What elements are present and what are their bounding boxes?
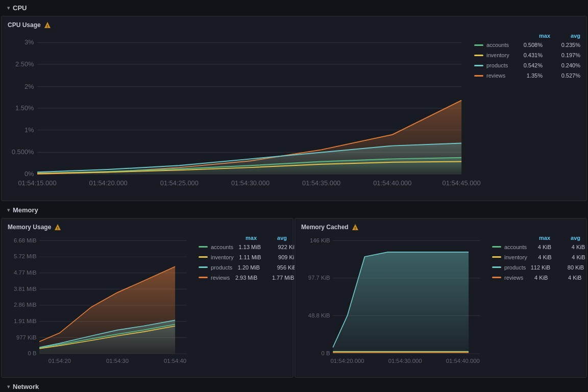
svg-text:01:54:40.000: 01:54:40.000 [446,358,480,364]
svg-text:1.50%: 1.50% [15,104,34,112]
legend-inventory-max: 0.431% [517,52,543,58]
memory-usage-chart-area: 6.68 MiB 5.72 MiB 4.77 MiB 3.81 MiB 2.86… [8,235,287,372]
memory-usage-canvas: 6.68 MiB 5.72 MiB 4.77 MiB 3.81 MiB 2.86… [8,235,192,372]
svg-text:1.91 MiB: 1.91 MiB [14,318,37,324]
legend-products-vals: 0.542% 0.240% [517,62,580,68]
mc-legend-accounts: accounts 4 KiB 4 KiB [492,244,580,250]
legend-item-inventory: inventory 0.431% 0.197% [474,52,580,58]
cpu-usage-panel: CPU Usage ! 3% 2.50% 2% [1,16,587,201]
memory-section: ▾ Memory Memory Usage ! [0,202,588,379]
cpu-legend-header: max avg [474,33,580,39]
svg-text:01:54:40.000: 01:54:40.000 [373,179,411,187]
svg-text:977 KiB: 977 KiB [16,334,37,340]
cpu-chart-svg: 3% 2.50% 2% 1.50% 1% 0.500% 0% 01:54:15.… [8,33,468,194]
svg-text:!: ! [47,24,48,28]
svg-text:0.500%: 0.500% [12,148,34,156]
network-chevron-icon: ▾ [7,384,10,389]
cpu-legend: max avg accounts 0.508% 0.235% inventory [468,33,580,83]
memory-cached-svg: 146 KiB 97.7 KiB 48.8 KiB 0 B 01:54:20.0… [301,235,486,371]
legend-accounts-vals: 0.508% 0.235% [517,42,580,48]
mc-inventory-line-icon [492,256,501,258]
memory-cached-warning-icon: ! [352,224,359,231]
svg-text:01:54:40: 01:54:40 [164,358,186,364]
mu-inventory-line-icon [199,256,208,258]
memory-cached-panel: Memory Cached ! [295,218,587,378]
cpu-warning-icon: ! [44,21,51,29]
memory-usage-legend-header: max avg [199,235,287,241]
cpu-section-header[interactable]: ▾ CPU [0,0,588,16]
svg-text:!: ! [57,226,58,230]
svg-text:3.81 MiB: 3.81 MiB [14,285,37,291]
svg-text:3%: 3% [24,38,34,46]
legend-accounts-avg: 0.235% [555,42,580,48]
memory-cached-legend-header: max avg [492,235,580,241]
legend-products-avg: 0.240% [555,62,580,68]
memory-section-header[interactable]: ▾ Memory [0,202,588,218]
memory-section-label: Memory [13,206,38,214]
mc-legend-inventory: inventory 4 KiB 4 KiB [492,254,580,260]
network-section-label: Network [13,383,39,390]
mu-legend-accounts: accounts 1.13 MiB 922 KiB [199,244,287,250]
svg-text:2%: 2% [24,83,34,90]
svg-text:4.77 MiB: 4.77 MiB [14,270,37,276]
mc-legend-products: products 112 KiB 80 KiB [492,264,580,271]
svg-text:01:54:20.000: 01:54:20.000 [89,179,128,187]
mu-legend-reviews: reviews 2.93 MiB 1.77 MiB [199,275,287,281]
mc-products-line-icon [492,266,501,268]
legend-item-products: products 0.542% 0.240% [474,62,580,68]
memory-panels-row: Memory Usage ! [0,218,588,379]
svg-text:01:54:30.000: 01:54:30.000 [388,358,422,364]
network-section: ▾ Network Received Network Traffic ! max… [0,379,588,392]
svg-text:146 KiB: 146 KiB [310,237,330,243]
memory-usage-warning-icon: ! [54,224,61,231]
mc-reviews-line-icon [492,277,501,278]
cpu-section: ▾ CPU CPU Usage ! 3% [0,0,588,201]
inventory-line-icon [474,55,483,56]
products-line-icon [474,65,483,66]
svg-text:01:54:30.000: 01:54:30.000 [231,179,270,187]
legend-item-reviews: reviews 1.35% 0.527% [474,72,580,79]
reviews-line-icon [474,75,483,77]
svg-text:2.50%: 2.50% [15,60,34,68]
svg-text:01:54:45.000: 01:54:45.000 [443,179,481,187]
svg-text:!: ! [355,226,356,230]
svg-text:6.68 MiB: 6.68 MiB [14,237,37,243]
memory-cached-chart-area: 146 KiB 97.7 KiB 48.8 KiB 0 B 01:54:20.0… [301,235,580,372]
memory-usage-svg: 6.68 MiB 5.72 MiB 4.77 MiB 3.81 MiB 2.86… [8,235,192,371]
svg-text:01:54:20: 01:54:20 [48,358,71,364]
mem-usage-avg-label: avg [277,235,287,241]
legend-inventory-name: inventory [486,52,514,58]
legend-reviews-avg: 0.527% [555,72,580,79]
mc-avg-label: avg [571,235,580,241]
cpu-usage-title: CPU Usage ! [8,21,580,29]
cpu-chart-canvas: 3% 2.50% 2% 1.50% 1% 0.500% 0% 01:54:15.… [8,33,468,195]
legend-inventory-avg: 0.197% [555,52,580,58]
svg-text:0 B: 0 B [322,350,330,356]
mu-legend-inventory: inventory 1.11 MiB 909 KiB [199,254,287,260]
memory-cached-legend: max avg accounts 4 KiB 4 KiB inventory [486,235,580,285]
accounts-line-icon [474,44,483,46]
memory-usage-title: Memory Usage ! [8,224,287,231]
svg-text:48.8 KiB: 48.8 KiB [308,312,330,318]
mu-reviews-line-icon [199,277,208,278]
memory-usage-legend: max avg accounts 1.13 MiB 922 KiB invent [192,235,287,285]
mc-accounts-line-icon [492,246,501,248]
memory-cached-title: Memory Cached ! [301,224,580,231]
legend-products-max: 0.542% [517,62,543,68]
memory-cached-canvas: 146 KiB 97.7 KiB 48.8 KiB 0 B 01:54:20.0… [301,235,486,372]
memory-usage-panel: Memory Usage ! [1,218,293,378]
legend-accounts-name: accounts [486,42,514,48]
legend-products-name: products [486,62,514,68]
svg-text:1%: 1% [24,126,34,134]
cpu-section-label: CPU [13,4,27,12]
svg-text:01:54:25.000: 01:54:25.000 [160,179,199,187]
legend-reviews-vals: 1.35% 0.527% [517,72,580,79]
cpu-legend-max-label: max [539,33,550,39]
cpu-chevron-icon: ▾ [7,5,10,11]
mu-products-line-icon [199,266,208,268]
legend-accounts-max: 0.508% [517,42,543,48]
mc-max-label: max [539,235,550,241]
mu-accounts-line-icon [199,246,208,248]
network-section-header[interactable]: ▾ Network [0,379,588,392]
svg-text:01:54:15.000: 01:54:15.000 [18,179,56,187]
